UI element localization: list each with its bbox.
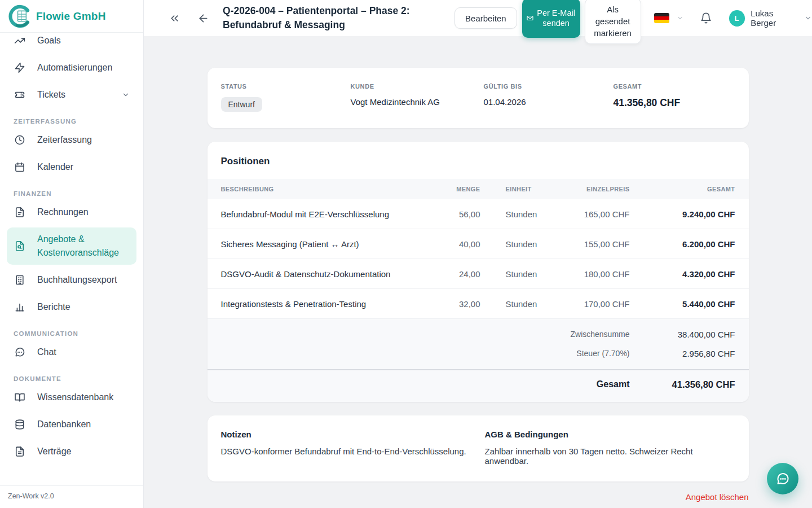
- sidebar-section-communication: COMMUNICATION: [14, 330, 130, 337]
- sidebar-item-rechnungen[interactable]: Rechnungen: [0, 199, 143, 226]
- mark-sent-button[interactable]: Als gesendet markieren: [585, 0, 641, 44]
- brand-name: Flowie GmbH: [36, 10, 106, 23]
- sidebar-item-automatisierungen[interactable]: Automatisierungen: [0, 54, 143, 81]
- row-qty: 32,00: [430, 299, 480, 309]
- book-icon: [14, 391, 26, 404]
- sidebar-item-zeiterfassung[interactable]: Zeiterfassung: [0, 126, 143, 154]
- sidebar-item-wissensdatenbank[interactable]: Wissensdatenbank: [0, 384, 143, 411]
- chevron-down-icon[interactable]: [122, 91, 130, 99]
- status-badge: Entwurf: [221, 97, 262, 112]
- row-unit-price: 155,00 CHF: [559, 239, 630, 249]
- terms-title: AGB & Bedingungen: [485, 430, 735, 439]
- column-header-beschreibung: BESCHREIBUNG: [221, 186, 430, 192]
- valid-until-label: GÜLTIG BIS: [484, 83, 614, 90]
- sidebar-item-label: Angebote & Kostenvoranschläge: [37, 233, 130, 260]
- sidebar-item-label: Kalender: [37, 162, 73, 172]
- row-unit-price: 165,00 CHF: [559, 209, 630, 219]
- avatar: L: [729, 10, 745, 27]
- column-header-einzelpreis: EINZELPREIS: [559, 186, 630, 192]
- language-selector[interactable]: [654, 13, 683, 23]
- sidebar-item-angebote[interactable]: Angebote & Kostenvoranschläge: [7, 227, 136, 265]
- contract-icon: [14, 445, 26, 458]
- total-value: 41.356,80 CHF: [614, 97, 735, 109]
- tax-label: Steuer (7.70%): [221, 349, 630, 358]
- terms-column: AGB & Bedingungen Zahlbar innerhalb von …: [485, 430, 735, 466]
- sidebar-section-zeiterfassung: ZEITERFASSUNG: [14, 118, 130, 125]
- customer-field: KUNDE Vogt Medizintechnik AG: [351, 83, 484, 112]
- edit-button[interactable]: Bearbeiten: [454, 7, 517, 29]
- database-icon: [14, 418, 26, 431]
- sidebar-item-goals[interactable]: Goals: [0, 27, 143, 54]
- user-menu[interactable]: L Lukas Berger: [729, 8, 812, 28]
- subtotal-value: 38.400,00 CHF: [630, 330, 735, 339]
- sidebar: Flowie GmbH Goals Automatisierungen Tick…: [0, 0, 144, 508]
- sidebar-item-label: Zeiterfassung: [37, 135, 92, 145]
- sidebar-item-berichte[interactable]: Berichte: [0, 294, 143, 321]
- grand-total-value: 41.356,80 CHF: [630, 379, 735, 390]
- row-unit: Stunden: [480, 209, 559, 219]
- sidebar-item-label: Tickets: [37, 90, 65, 100]
- notes-text: DSGVO-konformer Befundabruf mit End-to-E…: [221, 446, 485, 456]
- row-description: DSGVO-Audit & Datenschutz-Dokumentation: [221, 269, 430, 279]
- send-email-button[interactable]: Per E-Mail senden: [522, 0, 580, 38]
- sidebar-section-dokumente: DOKUMENTE: [14, 375, 130, 382]
- notifications-bell-icon[interactable]: [698, 10, 714, 27]
- row-description: Sicheres Messaging (Patient ↔ Arzt): [221, 239, 430, 249]
- page-title: Q-2026-004 – Patientenportal – Phase 2: …: [223, 4, 452, 32]
- customer-label: KUNDE: [351, 83, 484, 90]
- back-arrow-icon[interactable]: [195, 10, 211, 27]
- valid-until-value: 01.04.2026: [484, 97, 614, 107]
- sidebar-item-label: Wissensdatenbank: [37, 392, 113, 402]
- total-field: GESAMT 41.356,80 CHF: [614, 83, 735, 112]
- sidebar-item-label: Goals: [37, 36, 61, 46]
- sidebar-item-datenbanken[interactable]: Datenbanken: [0, 411, 143, 438]
- positions-title: Positionen: [208, 142, 749, 179]
- chat-fab-button[interactable]: [767, 463, 798, 494]
- clock-icon: [14, 134, 26, 146]
- row-total: 4.320,00 CHF: [630, 269, 735, 279]
- totals-section: Zwischensumme 38.400,00 CHF Steuer (7.70…: [208, 319, 749, 369]
- sidebar-item-tickets[interactable]: Tickets: [0, 81, 143, 108]
- sidebar-item-label: Rechnungen: [37, 207, 89, 217]
- bar-chart-icon: [14, 301, 26, 313]
- top-header: Q-2026-004 – Patientenportal – Phase 2: …: [144, 0, 812, 36]
- table-row[interactable]: DSGVO-Audit & Datenschutz-Dokumentation …: [208, 259, 749, 289]
- subtotal-label: Zwischensumme: [221, 330, 630, 339]
- main-content: STATUS Entwurf KUNDE Vogt Medizintechnik…: [144, 0, 812, 502]
- table-row[interactable]: Befundabruf-Modul mit E2E-Verschlüsselun…: [208, 199, 749, 229]
- german-flag-icon: [654, 13, 669, 23]
- building-icon: [14, 274, 26, 286]
- row-unit: Stunden: [480, 299, 559, 309]
- customer-value: Vogt Medizintechnik AG: [351, 97, 484, 107]
- user-name: Lukas Berger: [751, 8, 800, 28]
- grand-total-label: Gesamt: [221, 379, 630, 390]
- table-header-row: BESCHREIBUNG MENGE EINHEIT EINZELPREIS G…: [208, 179, 749, 199]
- table-row[interactable]: Sicheres Messaging (Patient ↔ Arzt) 40,0…: [208, 229, 749, 259]
- positions-card: Positionen BESCHREIBUNG MENGE EINHEIT EI…: [208, 142, 749, 402]
- envelope-icon: [527, 15, 533, 21]
- column-header-einheit: EINHEIT: [480, 186, 559, 192]
- valid-until-field: GÜLTIG BIS 01.04.2026: [484, 83, 614, 112]
- sidebar-item-kalender[interactable]: Kalender: [0, 154, 143, 181]
- row-unit-price: 180,00 CHF: [559, 269, 630, 279]
- collapse-sidebar-icon[interactable]: [166, 10, 183, 27]
- delete-quote-link[interactable]: Angebot löschen: [686, 492, 749, 502]
- sidebar-nav: Goals Automatisierungen Tickets ZEITERFA…: [0, 27, 143, 485]
- notes-column: Notizen DSGVO-konformer Befundabruf mit …: [221, 430, 485, 466]
- row-unit-price: 170,00 CHF: [559, 299, 630, 309]
- sidebar-item-label: Buchhaltungsexport: [37, 275, 117, 285]
- sidebar-item-chat[interactable]: Chat: [0, 339, 143, 366]
- sidebar-item-label: Automatisierungen: [37, 63, 112, 73]
- grand-total-row: Gesamt 41.356,80 CHF: [208, 369, 749, 402]
- row-total: 6.200,00 CHF: [630, 239, 735, 249]
- row-unit: Stunden: [480, 269, 559, 279]
- row-qty: 24,00: [430, 269, 480, 279]
- sidebar-item-buchhaltungsexport[interactable]: Buchhaltungsexport: [0, 266, 143, 294]
- sidebar-item-label: Verträge: [37, 446, 71, 457]
- sidebar-item-vertraege[interactable]: Verträge: [0, 438, 143, 465]
- sidebar-item-label: Datenbanken: [37, 419, 91, 430]
- row-description: Befundabruf-Modul mit E2E-Verschlüsselun…: [221, 209, 430, 219]
- row-total: 5.440,00 CHF: [630, 299, 735, 309]
- table-row[interactable]: Integrationstests & Penetration-Testing …: [208, 289, 749, 319]
- tax-value: 2.956,80 CHF: [630, 349, 735, 358]
